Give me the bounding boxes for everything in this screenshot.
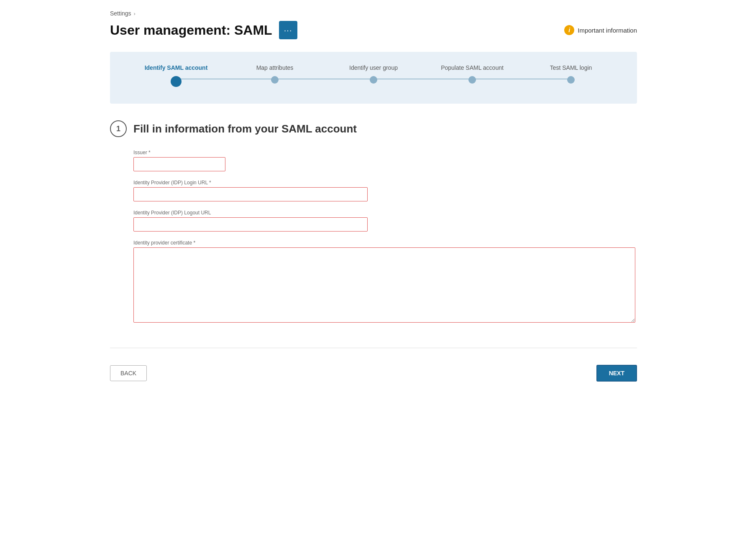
certificate-textarea[interactable] bbox=[133, 247, 635, 323]
stepper-container: Identify SAML account Map attributes Ide… bbox=[110, 52, 637, 104]
issuer-input[interactable] bbox=[133, 157, 225, 171]
section-header: 1 Fill in information from your SAML acc… bbox=[110, 120, 637, 137]
step-2[interactable]: Map attributes bbox=[225, 64, 324, 84]
step-5-dot bbox=[567, 76, 575, 84]
issuer-label: Issuer * bbox=[133, 150, 637, 155]
step-1-dot bbox=[171, 76, 182, 87]
page-header: User management: SAML ··· i Important in… bbox=[110, 21, 637, 39]
step-5[interactable]: Test SAML login bbox=[522, 64, 620, 84]
idp-logout-url-label: Identity Provider (IDP) Logout URL bbox=[133, 210, 637, 216]
idp-logout-url-field-group: Identity Provider (IDP) Logout URL bbox=[133, 210, 637, 232]
more-options-button[interactable]: ··· bbox=[279, 21, 297, 39]
important-info-label: Important information bbox=[578, 27, 637, 34]
form-section: 1 Fill in information from your SAML acc… bbox=[110, 120, 637, 339]
step-3[interactable]: Identify user group bbox=[324, 64, 423, 84]
next-button[interactable]: NEXT bbox=[596, 365, 637, 382]
step-2-label: Map attributes bbox=[256, 64, 294, 71]
breadcrumb: Settings › bbox=[110, 10, 637, 17]
title-group: User management: SAML ··· bbox=[110, 21, 297, 39]
step-1[interactable]: Identify SAML account bbox=[127, 64, 225, 87]
certificate-label: Identity provider certificate * bbox=[133, 240, 637, 246]
step-4[interactable]: Populate SAML account bbox=[423, 64, 522, 84]
issuer-field-group: Issuer * bbox=[133, 150, 637, 171]
section-title: Fill in information from your SAML accou… bbox=[133, 122, 357, 135]
footer-divider bbox=[110, 348, 637, 348]
idp-logout-url-input[interactable] bbox=[133, 217, 368, 232]
step-3-dot bbox=[370, 76, 377, 84]
step-2-dot bbox=[271, 76, 279, 84]
idp-login-url-field-group: Identity Provider (IDP) Login URL * bbox=[133, 180, 637, 201]
idp-login-url-input[interactable] bbox=[133, 187, 368, 201]
idp-login-url-label: Identity Provider (IDP) Login URL * bbox=[133, 180, 637, 186]
certificate-field-group: Identity provider certificate * bbox=[133, 240, 637, 323]
important-info-button[interactable]: i Important information bbox=[564, 25, 637, 35]
info-icon: i bbox=[564, 25, 574, 35]
step-number-badge: 1 bbox=[110, 120, 127, 137]
back-button[interactable]: BACK bbox=[110, 365, 147, 381]
step-4-dot bbox=[468, 76, 476, 84]
breadcrumb-chevron-icon: › bbox=[134, 10, 136, 17]
page-title: User management: SAML bbox=[110, 23, 272, 38]
footer-actions: BACK NEXT bbox=[110, 356, 637, 386]
breadcrumb-settings-link[interactable]: Settings bbox=[110, 10, 131, 17]
step-3-label: Identify user group bbox=[349, 64, 398, 71]
step-4-label: Populate SAML account bbox=[441, 64, 504, 71]
step-5-label: Test SAML login bbox=[550, 64, 592, 71]
step-1-label: Identify SAML account bbox=[145, 64, 208, 71]
stepper: Identify SAML account Map attributes Ide… bbox=[127, 64, 620, 87]
